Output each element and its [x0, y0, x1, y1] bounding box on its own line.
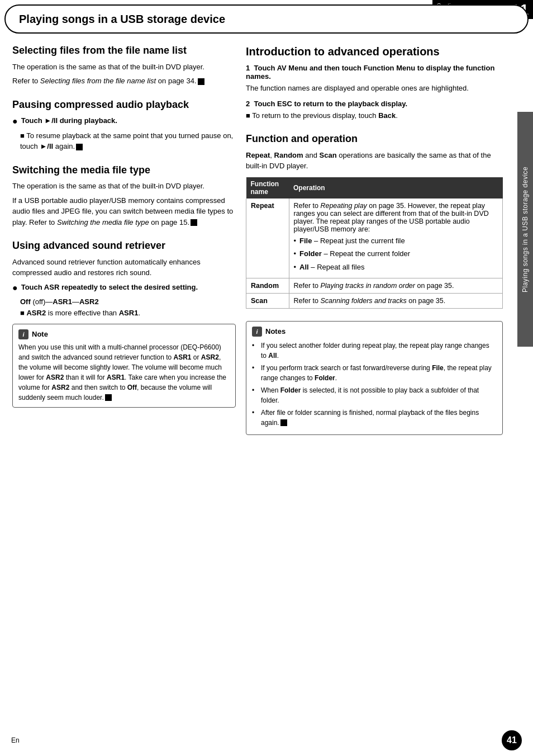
- bullet-dot-file: •: [294, 235, 297, 247]
- step1-body: The function names are displayed and ope…: [246, 83, 503, 94]
- step1-heading: 1 Touch AV Menu and then touch Function …: [246, 64, 503, 81]
- repeat-operation: Refer to Repeating play on page 35. Howe…: [289, 199, 503, 278]
- table-header-name: Function name: [246, 177, 289, 199]
- function-table: Function name Operation Repeat Refer to …: [246, 177, 503, 309]
- note-text-4: After file or folder scanning is finishe…: [261, 408, 497, 428]
- switching-media-section: Switching the media file type The operat…: [12, 164, 236, 228]
- file-bullet-text: File – Repeat just the current file: [299, 235, 405, 247]
- repeat-file-bullet: • File – Repeat just the current file: [294, 235, 498, 247]
- page-wrapper: Section 11 Playing songs in a USB storag…: [0, 0, 533, 756]
- notes-header: i Notes: [252, 326, 497, 337]
- content-area: Selecting files from the file name list …: [4, 40, 514, 728]
- asr-bullet-text: Touch ASR repeatedly to select the desir…: [21, 282, 198, 294]
- note-box-title: Note: [32, 329, 48, 340]
- note-item-2: • If you perform track search or fast fo…: [252, 363, 497, 383]
- note-bullet-1: •: [252, 341, 258, 361]
- note-text-3: When Folder is selected, it is not possi…: [261, 385, 497, 405]
- scan-operation: Refer to Scanning folders and tracks on …: [289, 294, 503, 309]
- step1-block: 1 Touch AV Menu and then touch Function …: [246, 64, 503, 94]
- table-row-scan: Scan Refer to Scanning folders and track…: [246, 294, 503, 309]
- pausing-bullet1: ● Touch ►/II during playback.: [12, 115, 236, 127]
- asr-note-box: i Note When you use this unit with a mul…: [12, 324, 236, 408]
- repeat-folder-bullet: • Folder – Repeat the current folder: [294, 248, 498, 259]
- title-banner-text: Playing songs in a USB storage device: [19, 13, 225, 26]
- note-bullet-4: •: [252, 408, 258, 428]
- note-box-body: When you use this unit with a multi-chan…: [18, 342, 230, 403]
- selecting-files-para2: Refer to Selecting files from the file n…: [12, 75, 236, 87]
- advanced-sound-intro: Advanced sound retriever function automa…: [12, 257, 236, 278]
- right-column: Introduction to advanced operations 1 To…: [246, 45, 503, 724]
- pausing-bullet1-text: Touch ►/II during playback.: [21, 115, 117, 127]
- selecting-files-heading: Selecting files from the file name list: [12, 45, 236, 57]
- left-column: Selecting files from the file name list …: [12, 45, 236, 724]
- scan-name: Scan: [246, 294, 289, 309]
- asr-setting-line: Off (off)—ASR1—ASR2: [12, 296, 236, 308]
- table-row-repeat: Repeat Refer to Repeating play on page 3…: [246, 199, 503, 278]
- table-header-operation: Operation: [289, 177, 503, 199]
- random-operation: Refer to Playing tracks in random order …: [289, 278, 503, 294]
- footer-lang: En: [11, 736, 20, 744]
- notes-icon: i: [252, 327, 262, 337]
- repeat-name: Repeat: [246, 199, 289, 278]
- advanced-sound-section: Using advanced sound retriever Advanced …: [12, 240, 236, 407]
- advanced-sound-heading: Using advanced sound retriever: [12, 240, 236, 252]
- notes-box: i Notes • If you select another folder d…: [246, 321, 503, 435]
- random-name: Random: [246, 278, 289, 294]
- switching-media-para2: If a USB portable audio player/USB memor…: [12, 195, 236, 228]
- footer: En 41: [0, 730, 533, 750]
- pausing-audio-section: Pausing compressed audio playback ● Touc…: [12, 99, 236, 152]
- function-operation-section: Function and operation Repeat, Random an…: [246, 133, 503, 309]
- note-item-4: • After file or folder scanning is finis…: [252, 408, 497, 428]
- title-banner: Playing songs in a USB storage device: [4, 4, 529, 34]
- note-text-2: If you perform track search or fast forw…: [261, 363, 497, 383]
- repeat-all-bullet: • All – Repeat all files: [294, 262, 498, 273]
- note-item-1: • If you select another folder during re…: [252, 341, 497, 361]
- all-bullet-text: All – Repeat all files: [299, 262, 364, 273]
- step2-block: 2 Touch ESC to return to the playback di…: [246, 100, 503, 121]
- note-bullet-3: •: [252, 385, 258, 405]
- step2-heading: 2 Touch ESC to return to the playback di…: [246, 100, 503, 108]
- pausing-para2: ■ To resume playback at the same point t…: [12, 130, 236, 152]
- selecting-files-section: Selecting files from the file name list …: [12, 45, 236, 87]
- repeat-subbullets: • File – Repeat just the current file • …: [294, 235, 498, 273]
- bullet-dot-all: •: [294, 262, 297, 273]
- note-box-header: i Note: [18, 329, 230, 340]
- intro-advanced-heading: Introduction to advanced operations: [246, 45, 503, 58]
- notes-title: Notes: [265, 326, 285, 337]
- bullet-dot-2: ●: [12, 282, 18, 294]
- bullet-dot-folder: •: [294, 248, 297, 259]
- switching-media-heading: Switching the media file type: [12, 164, 236, 177]
- selecting-files-para1: The operation is the same as that of the…: [12, 62, 236, 73]
- switching-media-para1: The operation is the same as that of the…: [12, 181, 236, 192]
- step2-body: ■ To return to the previous display, tou…: [246, 110, 503, 121]
- function-intro: Repeat, Random and Scan operations are b…: [246, 150, 503, 172]
- footer-page: 41: [502, 730, 522, 750]
- note-icon: i: [18, 329, 28, 339]
- note-bullet-2: •: [252, 363, 258, 383]
- bullet-dot-1: ●: [12, 115, 18, 127]
- folder-bullet-text: Folder – Repeat the current folder: [299, 248, 410, 259]
- note-text-1: If you select another folder during repe…: [261, 341, 497, 361]
- intro-advanced-section: Introduction to advanced operations 1 To…: [246, 45, 503, 121]
- function-operation-heading: Function and operation: [246, 133, 503, 145]
- pausing-audio-heading: Pausing compressed audio playback: [12, 99, 236, 111]
- sidebar-label: Playing songs in a USB storage device: [517, 112, 533, 347]
- asr-note-line: ■ ASR2 is more effective than ASR1.: [12, 308, 236, 319]
- table-row-random: Random Refer to Playing tracks in random…: [246, 278, 503, 294]
- asr-bullet: ● Touch ASR repeatedly to select the des…: [12, 282, 236, 294]
- notes-list: • If you select another folder during re…: [252, 341, 497, 428]
- note-item-3: • When Folder is selected, it is not pos…: [252, 385, 497, 405]
